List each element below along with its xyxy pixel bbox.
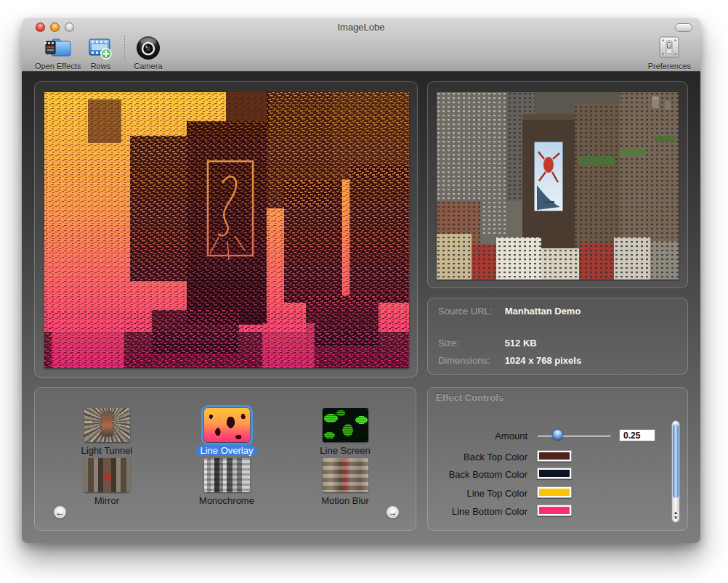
dimensions-label: Dimensions: [438,355,502,366]
back-top-color-row: Back Top Color [428,450,687,463]
effect-controls-title: Effect Controls [436,392,503,403]
toolbar-toggle-pill-button[interactable] [675,23,692,32]
camera-label: Camera [134,62,162,70]
right-arrow-icon: → [389,508,397,517]
back-bottom-color-well[interactable] [537,468,572,479]
scroll-up-arrow-icon[interactable]: ▲ [674,510,678,515]
effect-item-monochrome[interactable]: Monochrome [172,457,281,507]
size-label: Size: [438,338,502,348]
original-image-panel [427,81,688,288]
dimensions-value: 1024 x 768 pixels [505,355,582,366]
effect-label-selected: Line Overlay [196,445,258,456]
effect-label: Monochrome [195,495,259,506]
effect-item-light-tunnel[interactable]: Light Tunnel [52,407,161,457]
effect-controls-panel: Effect Controls Amount Back Top Color Ba… [427,387,688,531]
effects-folder-icon [44,34,73,61]
back-top-color-well[interactable] [537,450,572,462]
preferences-label: Preferences [648,62,691,70]
imagelobe-window: ImageLobe [22,18,700,543]
titlebar: ImageLobe [22,18,700,72]
desktop: { "window": { "title": "ImageLobe" }, "t… [0,0,728,583]
next-effects-page-button[interactable]: → [387,506,399,518]
source-url-row: Source URL: Manhattan Demo [438,306,680,317]
amount-slider-track[interactable] [537,434,612,438]
line-bottom-color-label: Line Bottom Color [452,506,527,517]
open-effects-button[interactable]: Open Effects [35,34,81,70]
processed-preview-panel [34,81,418,378]
effect-label: Light Tunnel [77,445,137,456]
film-rows-icon [87,34,113,61]
back-bottom-color-row: Back Bottom Color [428,468,687,481]
size-row: Size: 512 KB [438,338,680,348]
previous-effects-page-button[interactable]: ← [54,506,66,518]
original-manhattan-photo [437,92,679,280]
line-screen-thumbnail[interactable] [323,408,368,442]
source-url-value: Manhattan Demo [505,306,581,317]
light-tunnel-thumbnail[interactable] [84,408,130,442]
dimensions-row: Dimensions: 1024 x 768 pixels [438,355,680,366]
scrollbar-thumb[interactable] [673,424,679,498]
line-bottom-color-row: Line Bottom Color [428,505,687,518]
line-top-color-label: Line Top Color [466,488,527,499]
line-top-color-row: Line Top Color [428,486,687,500]
effect-item-motion-blur[interactable]: Motion Blur [291,457,400,507]
motion-blur-thumbnail[interactable] [323,458,368,492]
effect-label: Line Screen [315,445,374,456]
back-bottom-color-swatch [539,470,570,477]
amount-slider-knob[interactable] [552,429,563,440]
line-bottom-color-swatch [539,507,570,514]
effect-item-line-screen[interactable]: Line Screen [291,407,400,457]
source-url-label: Source URL: [438,306,502,317]
camera-icon [134,34,162,61]
rows-button[interactable]: Rows [87,34,113,70]
effect-label: Motion Blur [317,495,373,506]
rows-label: Rows [91,62,111,70]
back-top-color-label: Back Top Color [464,452,527,462]
controls-scrollbar[interactable]: ▲ ▼ [671,420,680,523]
back-bottom-color-label: Back Bottom Color [449,469,527,480]
spiderman-billboard [534,142,563,211]
monochrome-thumbnail[interactable] [204,458,250,492]
preferences-button[interactable]: Preferences [648,34,691,70]
back-top-color-swatch [539,452,570,460]
line-top-color-well[interactable] [537,486,572,498]
amount-input[interactable] [619,429,655,441]
amount-row: Amount [428,429,687,442]
main-content: Source URL: Manhattan Demo Size: 512 KB … [22,72,700,543]
open-effects-label: Open Effects [35,62,81,70]
camera-button[interactable]: Camera [134,34,162,70]
mirror-thumbnail[interactable] [84,458,130,492]
effects-browser-panel: Light Tunnel Line Overlay Line Screen Mi… [34,387,416,531]
light-switch-icon [656,34,682,61]
toolbar: Open Effects [35,34,169,70]
source-info-panel: Source URL: Manhattan Demo Size: 512 KB … [427,298,688,375]
line-bottom-color-well[interactable] [537,505,572,516]
line-top-color-swatch [539,489,570,496]
effect-item-line-overlay-selected[interactable]: Line Overlay [172,407,281,457]
processed-image-line-overlay [44,92,409,368]
left-arrow-icon: ← [56,508,65,517]
scroll-down-arrow-icon[interactable]: ▼ [674,515,678,520]
toolbar-separator [124,36,125,60]
line-overlay-thumbnail[interactable] [204,408,250,442]
effect-item-mirror[interactable]: Mirror [52,457,161,507]
amount-label: Amount [495,431,527,441]
window-title: ImageLobe [22,22,700,33]
effect-label: Mirror [90,495,124,506]
size-value: 512 KB [505,338,537,348]
